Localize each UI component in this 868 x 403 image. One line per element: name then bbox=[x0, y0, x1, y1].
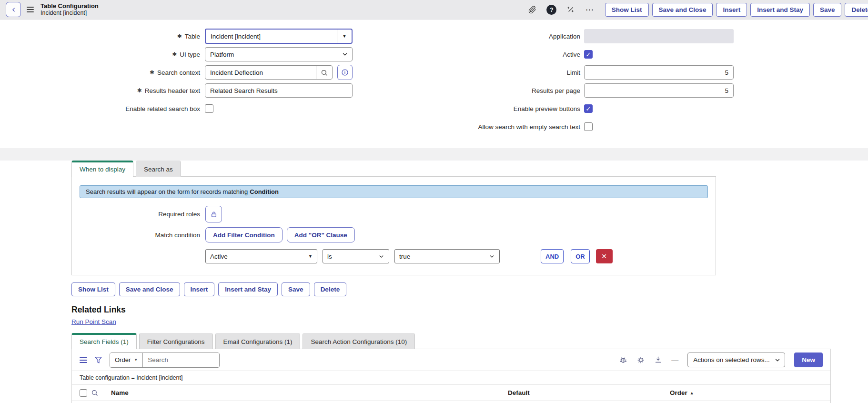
show-list-button[interactable]: Show List bbox=[605, 3, 649, 17]
column-header-name[interactable]: Name bbox=[104, 389, 508, 396]
results-per-page-input[interactable]: 5 bbox=[584, 83, 734, 98]
delete-button[interactable]: Delete bbox=[845, 3, 868, 17]
footer-insert-button[interactable]: Insert bbox=[184, 282, 215, 296]
more-actions-icon[interactable]: ⋯ bbox=[584, 4, 596, 16]
condition-value-select[interactable]: true bbox=[394, 249, 500, 263]
enable-preview-buttons-checkbox[interactable]: ✓ bbox=[584, 104, 593, 113]
search-fields-list: Order ▼ — Actions on selected rows... bbox=[71, 349, 831, 403]
related-links-section: Related Links Run Point Scan bbox=[71, 305, 868, 325]
help-icon[interactable]: ? bbox=[545, 4, 558, 16]
tab-search-action-configurations[interactable]: Search Action Configurations (10) bbox=[303, 333, 415, 349]
chevron-left-icon bbox=[10, 7, 17, 13]
column-header-default[interactable]: Default bbox=[508, 389, 670, 396]
allow-empty-search-checkbox[interactable] bbox=[584, 122, 593, 131]
column-search-icon[interactable] bbox=[88, 389, 104, 396]
section-tabs: When to display Search as bbox=[71, 161, 868, 177]
delete-condition-button[interactable]: ✕ bbox=[596, 249, 613, 263]
record-subtitle: Incident [incident] bbox=[40, 10, 99, 16]
form-footer-buttons: Show List Save and Close Insert Insert a… bbox=[71, 282, 868, 296]
chevron-down-icon bbox=[774, 357, 781, 363]
add-or-clause-button[interactable]: Add "OR" Clause bbox=[287, 227, 355, 242]
run-point-scan-link[interactable]: Run Point Scan bbox=[71, 318, 116, 325]
ai-sparkle-icon[interactable] bbox=[565, 4, 577, 16]
list-header-row: Name Default Order ▲ bbox=[72, 385, 830, 401]
results-per-page-label: Results per page bbox=[431, 87, 580, 94]
table-field[interactable]: Incident [incident] ▼ bbox=[205, 29, 353, 44]
active-label: Active bbox=[431, 51, 580, 58]
tab-when-to-display[interactable]: When to display bbox=[71, 161, 133, 177]
save-and-close-button[interactable]: Save and Close bbox=[652, 3, 713, 17]
table-label: ✱ Table bbox=[0, 33, 200, 40]
bug-icon[interactable] bbox=[619, 356, 627, 364]
tab-search-as[interactable]: Search as bbox=[136, 161, 181, 177]
section-divider bbox=[0, 148, 868, 161]
enable-related-search-box-checkbox[interactable] bbox=[205, 104, 213, 113]
record-title: Table Configuration Incident [incident] bbox=[40, 3, 99, 16]
enable-preview-buttons-label: Enable preview buttons bbox=[431, 105, 580, 112]
column-header-order[interactable]: Order ▲ bbox=[670, 389, 746, 396]
or-button[interactable]: OR bbox=[571, 249, 590, 263]
condition-row: Active ▼ is true AND OR ✕ bbox=[205, 249, 708, 263]
filter-funnel-icon[interactable] bbox=[94, 356, 102, 364]
footer-delete-button[interactable]: Delete bbox=[314, 282, 347, 296]
search-context-field bbox=[205, 65, 333, 80]
list-toolbar: Order ▼ — Actions on selected rows... bbox=[72, 349, 830, 371]
footer-save-button[interactable]: Save bbox=[282, 282, 310, 296]
list-menu-icon[interactable] bbox=[80, 357, 87, 363]
dropdown-caret-icon: ▼ bbox=[134, 358, 138, 362]
search-context-input[interactable] bbox=[205, 66, 316, 79]
mandatory-icon: ✱ bbox=[172, 51, 177, 58]
collapse-list-icon[interactable]: — bbox=[671, 356, 678, 364]
related-list-tabs: Search Fields (1) Filter Configurations … bbox=[71, 333, 868, 349]
context-menu-icon[interactable] bbox=[27, 7, 34, 12]
footer-show-list-button[interactable]: Show List bbox=[71, 282, 115, 296]
results-header-text-label: ✱ Results header text bbox=[0, 87, 200, 94]
tab-search-fields[interactable]: Search Fields (1) bbox=[71, 333, 137, 349]
insert-and-stay-button[interactable]: Insert and Stay bbox=[750, 3, 810, 17]
match-condition-label: Match condition bbox=[80, 232, 200, 239]
ui-type-select[interactable]: Platform bbox=[205, 47, 353, 61]
info-button[interactable] bbox=[337, 65, 353, 80]
results-header-text-input[interactable]: Related Search Results bbox=[205, 83, 353, 98]
chevron-down-icon bbox=[342, 51, 348, 58]
list-search-group: Order ▼ bbox=[110, 353, 220, 368]
related-links-heading: Related Links bbox=[71, 305, 868, 315]
tab-filter-configurations[interactable]: Filter Configurations bbox=[139, 333, 213, 349]
attachment-icon[interactable] bbox=[526, 4, 539, 16]
and-button[interactable]: AND bbox=[541, 249, 564, 263]
footer-insert-and-stay-button[interactable]: Insert and Stay bbox=[218, 282, 278, 296]
actions-on-rows-select[interactable]: Actions on selected rows... bbox=[687, 353, 785, 367]
check-icon: ✓ bbox=[586, 105, 591, 112]
sort-ascending-icon: ▲ bbox=[690, 391, 694, 395]
required-roles-label: Required roles bbox=[80, 211, 200, 218]
condition-operator-select[interactable]: is bbox=[323, 249, 389, 263]
list-breadcrumb[interactable]: Table configuration = Incident [incident… bbox=[72, 371, 830, 385]
add-filter-condition-button[interactable]: Add Filter Condition bbox=[205, 227, 283, 242]
list-search-input[interactable] bbox=[143, 353, 219, 367]
select-all-checkbox[interactable] bbox=[80, 389, 87, 397]
limit-input[interactable]: 5 bbox=[584, 65, 734, 80]
insert-button[interactable]: Insert bbox=[716, 3, 747, 17]
chevron-down-icon bbox=[378, 253, 384, 260]
download-icon[interactable] bbox=[654, 356, 662, 364]
dropdown-caret-icon: ▼ bbox=[308, 254, 313, 259]
lock-button[interactable] bbox=[205, 206, 222, 222]
reference-lookup-button[interactable] bbox=[316, 66, 332, 79]
when-to-display-panel: Search results will appear on the form f… bbox=[71, 176, 716, 275]
dropdown-caret-icon: ▼ bbox=[337, 30, 352, 43]
search-column-selector[interactable]: Order ▼ bbox=[110, 353, 143, 367]
check-icon: ✓ bbox=[586, 51, 591, 58]
close-icon: ✕ bbox=[601, 252, 607, 260]
application-field bbox=[584, 29, 734, 43]
mandatory-icon: ✱ bbox=[137, 87, 142, 94]
active-checkbox[interactable]: ✓ bbox=[584, 50, 593, 59]
mandatory-icon: ✱ bbox=[150, 69, 154, 76]
tab-email-configurations[interactable]: Email Configurations (1) bbox=[215, 333, 301, 349]
save-button[interactable]: Save bbox=[813, 3, 842, 17]
chevron-down-icon bbox=[489, 253, 495, 260]
gear-icon[interactable] bbox=[636, 356, 645, 364]
footer-save-and-close-button[interactable]: Save and Close bbox=[119, 282, 180, 296]
condition-field-select[interactable]: Active ▼ bbox=[205, 249, 317, 263]
back-button[interactable] bbox=[6, 2, 21, 17]
new-button[interactable]: New bbox=[794, 353, 823, 367]
